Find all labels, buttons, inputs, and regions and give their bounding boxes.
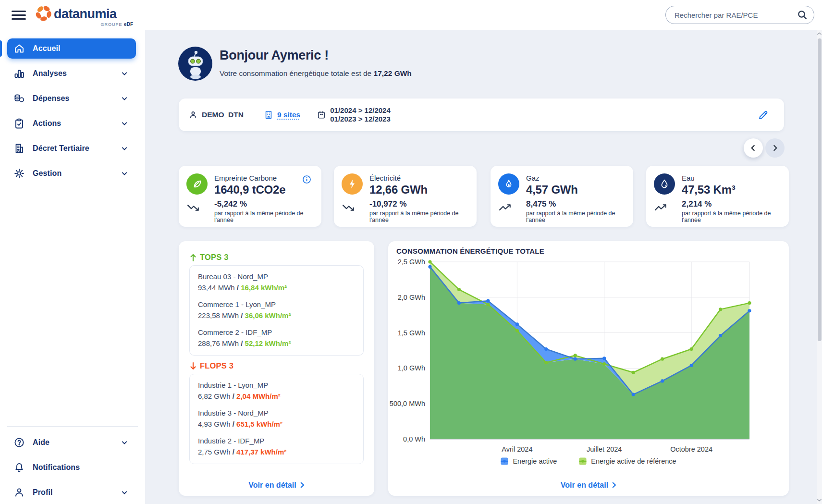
flops-header: FLOPS 3 — [189, 361, 233, 370]
chevron-down-icon[interactable] — [120, 438, 129, 447]
y-tick-label: 2,5 GWh — [398, 258, 425, 266]
flame-icon — [498, 173, 519, 195]
edit-pencil-icon[interactable] — [757, 109, 769, 123]
chevron-down-icon[interactable] — [120, 169, 129, 178]
sidebar-item-label: Aide — [33, 438, 120, 447]
building-icon — [13, 143, 25, 154]
sidebar-item-label: Analyses — [33, 69, 120, 78]
sidebar-item-depenses[interactable]: Dépenses — [7, 88, 136, 109]
carousel-prev-button[interactable] — [744, 138, 763, 158]
chevron-down-icon[interactable] — [120, 144, 129, 153]
list-item: Commerce 2 - IDF_MP — [198, 328, 272, 336]
chevron-right-icon — [770, 143, 780, 153]
scroll-down-icon[interactable] — [817, 496, 822, 504]
chevron-right-icon — [612, 482, 616, 488]
assistant-avatar — [178, 47, 212, 81]
calendar-icon — [317, 110, 326, 120]
logo-swirl-icon — [35, 4, 54, 25]
chevron-down-icon[interactable] — [120, 119, 129, 128]
marker-active — [428, 265, 431, 269]
see-detail-link[interactable]: Voir en détail — [248, 481, 304, 490]
sidebar-item-aide[interactable]: Aide — [7, 432, 136, 453]
kpi-card-electricite: Électricité 12,66 GWh -10,972 % par rapp… — [334, 166, 477, 227]
marker-reference — [428, 260, 431, 263]
kpi-delta: -5,242 % — [214, 199, 247, 209]
sidebar-item-accueil[interactable]: Accueil — [7, 38, 136, 59]
y-tick-label: 2,0 GWh — [398, 294, 425, 301]
sites-link[interactable]: 9 sites — [277, 111, 300, 119]
chevron-right-icon — [300, 482, 305, 488]
help-circle-icon — [13, 437, 25, 448]
top-bar: datanumia GROUPE eDF — [0, 0, 822, 30]
sidebar-item-profil[interactable]: Profil — [7, 482, 136, 503]
chevron-down-icon[interactable] — [120, 94, 129, 103]
hamburger-menu-icon[interactable] — [12, 8, 26, 22]
marker-reference — [748, 301, 751, 305]
scrollbar-thumb[interactable] — [818, 38, 822, 341]
tops-header: TOPS 3 — [189, 253, 229, 262]
x-tick-label: Juillet 2024 — [587, 445, 622, 453]
leaf-icon — [186, 173, 208, 195]
marker-active — [689, 364, 693, 367]
kpi-description: par rapport à la même période del'année — [526, 210, 615, 223]
sites-selector: 9 sites — [264, 110, 300, 120]
sidebar-item-decret-tertiaire[interactable]: Décret Tertiaire — [7, 138, 136, 159]
list-item: Commerce 1 - Lyon_MP — [198, 300, 276, 308]
panel-footer: Voir en détail — [179, 474, 374, 496]
vertical-scrollbar[interactable] — [817, 30, 822, 504]
sidebar-item-label: Notifications — [33, 463, 136, 472]
list-item: Bureau 03 - Nord_MP — [198, 272, 268, 281]
marker-active — [748, 309, 751, 312]
gear-icon — [13, 168, 25, 179]
sidebar-item-notifications[interactable]: Notifications — [7, 457, 136, 478]
sidebar: Accueil Analyses Dépenses Actions — [0, 30, 145, 504]
chevron-down-icon[interactable] — [120, 69, 129, 78]
clipboard-check-icon — [13, 118, 25, 129]
arrow-down-icon — [189, 362, 197, 370]
logo-wordmark: datanumia — [54, 7, 117, 21]
tops-flops-panel: TOPS 3 Bureau 03 - Nord_MP 93,44 MWh / 1… — [179, 241, 374, 496]
period-selector[interactable]: 01/2024 > 12/2024 01/2023 > 12/2023 — [317, 106, 391, 123]
search-input[interactable] — [666, 11, 797, 19]
sidebar-item-label: Dépenses — [33, 94, 120, 103]
kpi-card-gaz: Gaz 4,57 GWh 8,475 % par rapport à la mê… — [491, 166, 633, 227]
kpi-label: Eau — [682, 174, 695, 182]
trend-up-icon — [499, 203, 512, 214]
x-tick-label: Avril 2024 — [502, 445, 532, 453]
person-icon — [188, 110, 198, 120]
marker-reference — [689, 347, 693, 351]
kpi-label: Électricité — [369, 174, 401, 182]
carousel-next-button[interactable] — [765, 138, 785, 158]
period-previous: 01/2023 > 12/2023 — [330, 115, 391, 123]
sidebar-item-gestion[interactable]: Gestion — [7, 163, 136, 184]
kpi-delta: -10,972 % — [369, 199, 407, 209]
kpi-value: 1640,9 tCO2e — [214, 183, 285, 197]
marker-reference — [544, 361, 548, 364]
sidebar-item-label: Profil — [33, 488, 120, 497]
info-icon[interactable] — [302, 174, 312, 186]
consumption-area-chart[interactable]: 0,0 Wh500,0 MWh1,0 GWh1,5 GWh2,0 GWh2,5 … — [388, 241, 789, 455]
legend-item-energie-reference[interactable]: Energie active de référence — [579, 457, 676, 465]
see-detail-link[interactable]: Voir en détail — [561, 481, 616, 490]
list-item-value: 4,93 GWh / 651,5 kWh/m² — [198, 420, 282, 428]
datanumia-logo: datanumia GROUPE eDF — [35, 4, 117, 25]
kpi-description: par rapport à la même période del'année — [369, 210, 459, 223]
sidebar-item-label: Gestion — [33, 169, 120, 178]
sidebar-item-actions[interactable]: Actions — [7, 113, 136, 134]
sidebar-item-analyses[interactable]: Analyses — [7, 63, 136, 84]
tops-list: Bureau 03 - Nord_MP 93,44 MWh / 16,84 kW… — [189, 265, 364, 356]
filter-bar: DEMO_DTN 9 sites 01/2024 > 12/2024 01/20… — [179, 98, 784, 131]
sidebar-item-label: Décret Tertiaire — [33, 144, 120, 153]
chevron-down-icon[interactable] — [120, 488, 129, 497]
scroll-up-icon[interactable] — [817, 30, 822, 37]
bell-icon — [13, 462, 25, 473]
chart-footer: Voir en détail — [388, 474, 789, 496]
legend-item-energie-active[interactable]: Energie active — [501, 457, 557, 465]
list-item-value: 93,44 MWh / 16,84 kWh/m² — [198, 283, 287, 292]
kpi-value: 47,53 Km³ — [682, 183, 736, 197]
marker-active — [632, 393, 635, 396]
y-tick-label: 0,0 Wh — [403, 435, 425, 443]
x-tick-label: Octobre 2024 — [670, 445, 712, 453]
search-icon[interactable] — [797, 9, 808, 21]
kpi-description: par rapport à la même période del'année — [214, 210, 304, 223]
